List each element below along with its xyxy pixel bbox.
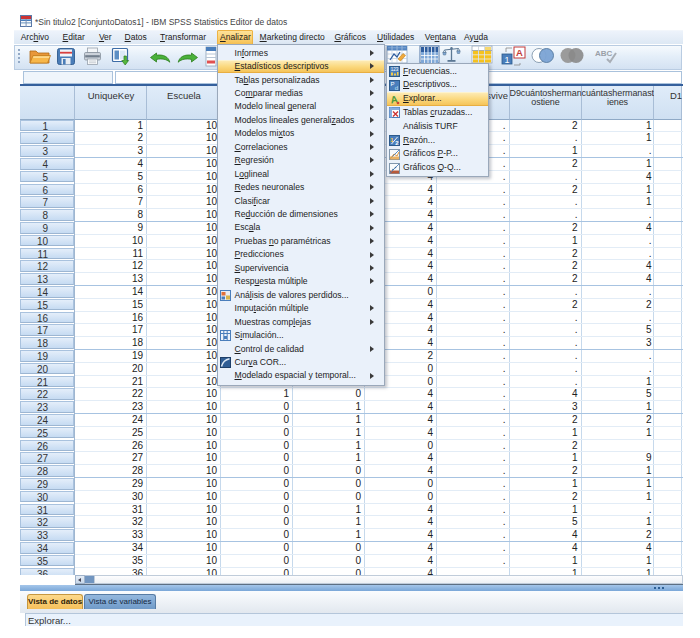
svg-text:123: 123 <box>390 67 398 72</box>
svg-text:d: d <box>394 84 397 90</box>
svg-text:1: 1 <box>504 55 509 65</box>
svg-text:ABC: ABC <box>595 49 613 58</box>
svg-text:A: A <box>516 47 523 58</box>
